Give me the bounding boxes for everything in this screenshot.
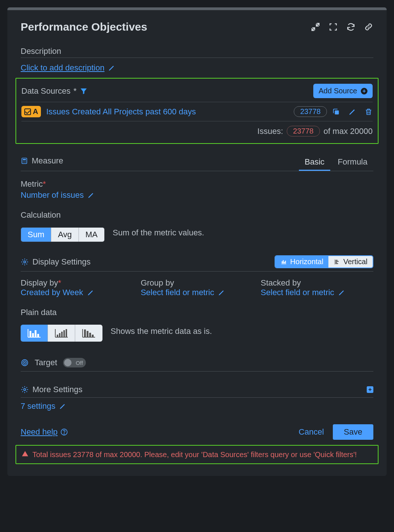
svg-point-4 (24, 161, 25, 162)
group-by-label: Group by (141, 278, 254, 288)
target-label: Target (35, 358, 57, 367)
issues-total-suffix: of max 20000 (324, 127, 373, 136)
svg-rect-20 (87, 331, 88, 337)
tab-basic[interactable]: Basic (299, 154, 331, 171)
tab-formula[interactable]: Formula (332, 154, 373, 171)
error-message: Total issues 23778 of max 20000. Please,… (32, 449, 357, 460)
source-badge[interactable]: A (21, 106, 41, 117)
svg-rect-2 (23, 159, 26, 160)
svg-point-26 (24, 388, 26, 391)
panel-header: Performance Objectives (21, 21, 373, 33)
pencil-icon (87, 191, 95, 199)
filter-icon[interactable] (80, 87, 88, 95)
target-state: Off (76, 360, 83, 366)
measure-label: Measure (32, 156, 63, 166)
stacked-by-label: Stacked by (261, 278, 373, 288)
plain-data-label: Plain data (21, 308, 373, 317)
svg-rect-22 (92, 335, 94, 337)
pencil-icon (108, 64, 115, 72)
issues-total-label: Issues: (257, 127, 283, 136)
expand-settings-button[interactable]: + (367, 386, 373, 393)
display-by-value[interactable]: Created by Week (21, 288, 94, 297)
page-title: Performance Objectives (21, 21, 147, 33)
calculation-label: Calculation (21, 210, 373, 220)
target-toggle[interactable]: Off (63, 358, 86, 367)
calculation-description: Sum of the metric values. (113, 228, 204, 238)
edit-icon[interactable] (348, 108, 356, 116)
calculation-toggle: Sum Avg MA (21, 227, 105, 242)
svg-point-3 (23, 161, 24, 162)
help-link[interactable]: Need help (21, 427, 68, 437)
collapse-icon[interactable] (311, 22, 320, 32)
plain-data-description: Shows the metric data as is. (111, 327, 212, 336)
checkbox-icon (24, 108, 31, 115)
copy-icon[interactable] (332, 108, 340, 116)
panel-topbar (7, 7, 387, 10)
objectives-panel: Performance Objectives Description Click… (7, 7, 387, 476)
display-settings-label: Display Settings (32, 257, 91, 267)
bars-vertical-icon (334, 259, 340, 265)
chart-type-3[interactable] (75, 325, 102, 342)
vertical-button[interactable]: Vertical (328, 256, 373, 267)
stacked-by-value[interactable]: Select field or metric (261, 288, 345, 297)
delete-icon[interactable] (365, 108, 373, 116)
source-name[interactable]: Issues Created All Projects past 600 day… (46, 107, 289, 117)
plus-icon: + (361, 88, 367, 94)
svg-point-5 (25, 161, 26, 162)
fullscreen-icon[interactable] (328, 22, 338, 32)
link-icon[interactable] (364, 22, 373, 32)
calculator-icon (21, 157, 28, 165)
source-letter: A (33, 107, 38, 116)
description-label: Description (21, 46, 373, 56)
horizontal-button[interactable]: Horizontal (275, 256, 328, 267)
calc-sum-button[interactable]: Sum (21, 228, 51, 242)
chart-type-2[interactable] (48, 325, 75, 342)
svg-point-8 (25, 162, 26, 163)
data-source-row: A Issues Created All Projects past 600 d… (21, 102, 373, 121)
more-settings-label: More Settings (32, 385, 83, 394)
svg-rect-11 (32, 333, 34, 337)
svg-point-25 (24, 362, 25, 363)
data-sources-label: Data Sources (21, 86, 70, 96)
bars-horizontal-icon (280, 259, 287, 265)
add-description-link[interactable]: Click to add description (21, 63, 115, 73)
warning-icon (21, 450, 29, 457)
calc-ma-button[interactable]: MA (79, 228, 104, 242)
add-source-button[interactable]: Add Source + (313, 84, 373, 98)
svg-rect-12 (35, 330, 36, 337)
refresh-icon[interactable] (346, 22, 356, 32)
svg-rect-19 (84, 329, 86, 337)
calc-avg-button[interactable]: Avg (51, 228, 79, 242)
target-icon (21, 359, 29, 367)
issues-total-count: 23778 (287, 126, 320, 137)
gear-icon (21, 258, 29, 266)
help-icon (60, 428, 68, 436)
svg-rect-17 (63, 330, 65, 337)
pencil-icon (87, 289, 94, 296)
settings-count-link[interactable]: 7 settings (21, 401, 66, 411)
svg-rect-0 (335, 110, 339, 114)
svg-point-7 (24, 162, 25, 163)
cancel-button[interactable]: Cancel (299, 427, 324, 437)
svg-point-28 (64, 433, 64, 434)
gear-icon (21, 386, 29, 394)
pencil-icon (218, 289, 225, 296)
description-placeholder: Click to add description (21, 63, 104, 73)
group-by-value[interactable]: Select field or metric (141, 288, 225, 297)
svg-rect-13 (37, 334, 39, 337)
svg-rect-14 (57, 335, 58, 337)
metric-label: Metric (21, 179, 43, 189)
orientation-toggle: Horizontal Vertical (275, 255, 373, 268)
chart-type-toggle (21, 325, 102, 342)
display-by-label: Display by (21, 278, 58, 287)
svg-rect-21 (89, 333, 91, 337)
svg-point-9 (24, 261, 26, 263)
chart-type-1[interactable] (21, 325, 48, 342)
svg-rect-18 (66, 329, 67, 337)
metric-value-link[interactable]: Number of issues (21, 190, 95, 200)
data-sources-section: Data Sources * Add Source + A Issues Cre… (15, 78, 379, 144)
pencil-icon (338, 289, 345, 296)
svg-rect-10 (29, 331, 31, 337)
save-button[interactable]: Save (333, 424, 373, 440)
required-marker: * (73, 86, 77, 96)
